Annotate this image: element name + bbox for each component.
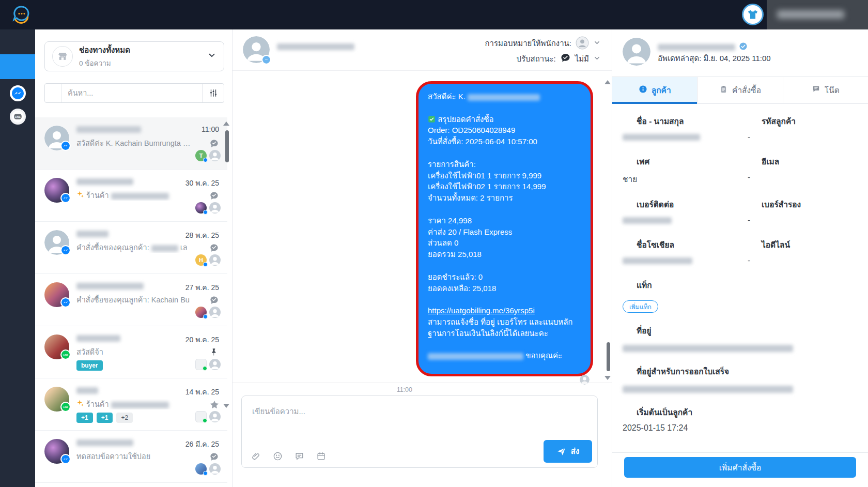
quick-reply-icon[interactable]: [295, 451, 304, 461]
message-line: สรุปยอดคำสั่งซื้อ: [428, 114, 581, 125]
add-order-button[interactable]: เพิ่มคำสั่งซื้อ: [624, 457, 856, 478]
messages-scrollbar[interactable]: [607, 342, 610, 371]
field-label: เบอร์สำรอง: [748, 198, 858, 211]
shop-avatar[interactable]: [742, 4, 764, 25]
tag-badge[interactable]: buyer: [76, 360, 103, 371]
svg-text:LINE: LINE: [63, 406, 68, 408]
channel-selector[interactable]: ช่องทางทั้งหมด 0 ข้อความ: [44, 41, 224, 71]
search-channel-cell[interactable]: [45, 84, 61, 102]
field-value: [623, 132, 748, 143]
status-chat-icon: [560, 53, 571, 65]
app-logo-icon[interactable]: [11, 4, 32, 25]
tag-badge[interactable]: +1: [76, 413, 93, 423]
contact-name-redacted: [76, 335, 120, 342]
assignee-avatar: [195, 307, 207, 318]
field-cell-right: เบอร์สำรอง -: [748, 198, 858, 226]
message-line: เครื่องใช้ไฟฟ้า01 1 รายการ 9,999: [428, 170, 581, 181]
calendar-icon[interactable]: [316, 451, 326, 461]
redacted-text: [111, 193, 169, 200]
message-line: ขอบคุณค่ะ: [428, 350, 581, 361]
rail-item-line[interactable]: LINE: [10, 109, 26, 125]
message-line: จำนวนทั้งหมด: 2 รายการ: [428, 192, 581, 204]
channel-selector-title: ช่องทางทั้งหมด: [79, 44, 201, 56]
chat-list-item[interactable]: 11:00 สวัสดีค่ะ K. Kachain Bumrungta ส T: [35, 117, 227, 170]
reply-check-icon: [209, 295, 219, 305]
chat-list-item[interactable]: 26 มี.ค. 25 ทดสอบข้อความใช้บ่อย: [35, 431, 227, 483]
paper-plane-icon: [556, 447, 566, 456]
tag-badges: +1+1+2: [76, 413, 133, 423]
customer-panel: อัพเดทล่าสุด: มิ.ย. 04, 2025 11:00 ลูกค้…: [612, 29, 868, 487]
message-line: เครื่องใช้ไฟฟ้า02 1 รายการ 14,999: [428, 181, 581, 192]
chat-list-item[interactable]: 27 พ.ค. 25 คำสั่งซื้อของคุณลูกค้า: Kacha…: [35, 274, 227, 326]
assignee-avatar: H: [195, 254, 207, 266]
search-input[interactable]: [61, 84, 202, 102]
chat-list-scroll-up[interactable]: [223, 121, 229, 126]
field-row: เบอร์ติดต่อ เบอร์สำรอง -: [623, 198, 858, 226]
messages-scroll-up[interactable]: [605, 80, 611, 84]
rail-item-messenger[interactable]: [10, 85, 26, 101]
timestamp: 30 พ.ค. 25: [185, 177, 219, 189]
customer-name-redacted: [658, 44, 735, 51]
channel-selector-count: 0 ข้อความ: [79, 57, 201, 69]
redacted-text: [468, 94, 540, 101]
tab-0[interactable]: ลูกค้า: [612, 77, 698, 103]
redacted-text: [111, 402, 169, 408]
contact-name-redacted: [76, 178, 133, 185]
message-line: Order: OD250604028949: [428, 125, 581, 136]
emoji-icon[interactable]: [273, 451, 283, 461]
reply-check-icon: [209, 139, 219, 148]
sparkle-emoji: [76, 191, 84, 200]
assignee-avatar: T: [195, 150, 207, 161]
tab-1[interactable]: คำสั่งซื้อ: [698, 77, 783, 103]
order-summary-message: สวัสดีค่ะ K. สรุปยอดคำสั่งซื้อOrder: OD2…: [419, 84, 591, 374]
svg-text:LINE: LINE: [15, 116, 21, 118]
field-cell-right: อีเมล -: [748, 155, 858, 186]
assignee-avatars: [195, 202, 221, 214]
chat-list-item[interactable]: LINE 14 พ.ค. 25 ร้านค้า +1+1+2: [35, 378, 227, 431]
highlighted-message[interactable]: สวัสดีค่ะ K. สรุปยอดคำสั่งซื้อOrder: OD2…: [416, 81, 593, 376]
tab-label: คำสั่งซื้อ: [732, 84, 761, 97]
message-input[interactable]: [244, 398, 590, 442]
composer-divider: [233, 383, 612, 383]
field-cell-right: รหัสลูกค้า -: [748, 115, 858, 143]
tag-badge[interactable]: +1: [97, 413, 113, 423]
chat-list-item[interactable]: 30 พ.ค. 25 ร้านค้า: [35, 170, 227, 222]
timestamp: 28 พ.ค. 25: [185, 230, 219, 241]
conversation-panel: การมอบหมายให้พนักงาน: ปรับสถานะ: ไม่มี: [233, 29, 612, 487]
redacted-text: [623, 217, 672, 224]
status-control[interactable]: ปรับสถานะ: ไม่มี: [485, 51, 601, 67]
tags-section: แท็ก เพิ่มแท็ก: [623, 279, 858, 313]
reply-check-icon: [209, 243, 219, 253]
tab-2[interactable]: โน๊ต: [783, 77, 868, 103]
filter-button[interactable]: [202, 84, 224, 102]
shop-name-redacted[interactable]: [767, 0, 868, 29]
message-line: วันที่สั่งซื้อ: 2025-06-04 10:57:00: [428, 136, 581, 147]
sparkle-emoji: [76, 400, 84, 408]
assignee-avatars: [195, 411, 221, 422]
messenger-badge-icon: [60, 245, 71, 255]
messages-scroll-down[interactable]: [605, 376, 611, 380]
field-row: ชื่อโซเชียล ไอดีไลน์ -: [623, 238, 858, 266]
add-tag-button[interactable]: เพิ่มแท็ก: [623, 300, 658, 313]
chat-list-scroll-down[interactable]: [223, 404, 229, 408]
chat-list-item[interactable]: LINE 20 พ.ค. 25 สวัสดีจ้า buyer: [35, 326, 227, 378]
chat-list-scrollbar[interactable]: [225, 130, 229, 162]
chat-list-item[interactable]: 28 พ.ค. 25 คำสั่งซื้อของคุณลูกค้า: เล H: [35, 222, 227, 274]
rail-item-all-channels[interactable]: [0, 54, 35, 79]
chat-list: 11:00 สวัสดีค่ะ K. Kachain Bumrungta ส T…: [35, 117, 227, 487]
assignment-control[interactable]: การมอบหมายให้พนักงาน:: [485, 36, 601, 51]
message-line: ยอดชำระแล้ว: 0: [428, 271, 581, 283]
messenger-icon: [11, 87, 24, 100]
message-line: สวัสดีค่ะ K.: [428, 91, 581, 102]
attachment-icon[interactable]: [251, 451, 261, 461]
tag-badge[interactable]: +2: [116, 413, 133, 423]
pin-icon: [209, 347, 219, 357]
field-label: เบอร์ติดต่อ: [623, 198, 748, 211]
tshirt-icon: [747, 8, 759, 21]
order-link[interactable]: https://uatgobilling.me/36yrsp5i: [428, 306, 535, 315]
customer-fields: ชื่อ - นามสกุล รหัสลูกค้า - เพศ ชาย อีเม…: [623, 115, 858, 445]
tab-label: โน๊ต: [825, 84, 840, 97]
conversation-header: การมอบหมายให้พนักงาน: ปรับสถานะ: ไม่มี: [233, 29, 612, 71]
send-button[interactable]: ส่ง: [544, 440, 592, 463]
last-updated: อัพเดทล่าสุด: มิ.ย. 04, 2025 11:00: [658, 52, 771, 65]
